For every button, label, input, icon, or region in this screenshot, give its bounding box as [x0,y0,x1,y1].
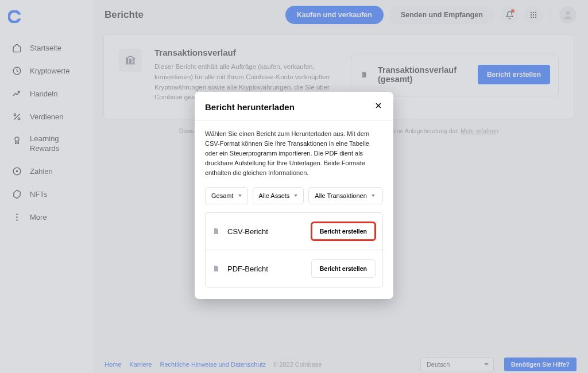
filter-transactions[interactable]: Alle Transaktionen [308,187,383,204]
report-row-csv: CSV-Bericht Bericht erstellen [206,213,382,250]
file-icon [212,227,219,236]
generate-pdf-button[interactable]: Bericht erstellen [311,259,376,278]
report-label: CSV-Bericht [227,227,268,236]
modal-desc: Wählen Sie einen Bericht zum Herunterlad… [205,129,383,178]
filter-range[interactable]: Gesamt [205,187,248,204]
chevron-down-icon [238,195,242,197]
close-icon[interactable] [374,101,383,112]
generate-csv-button[interactable]: Bericht erstellen [311,222,376,240]
modal-overlay: Bericht herunterladen Wählen Sie einen B… [0,0,588,373]
report-row-pdf: PDF-Bericht Bericht erstellen [206,250,382,287]
report-label: PDF-Bericht [227,265,268,273]
chevron-down-icon [294,195,297,197]
filter-assets[interactable]: Alle Assets [253,187,304,204]
chevron-down-icon [372,195,375,197]
modal-title: Bericht herunterladen [205,102,295,112]
file-icon [212,264,219,273]
download-report-modal: Bericht herunterladen Wählen Sie einen B… [195,92,393,299]
